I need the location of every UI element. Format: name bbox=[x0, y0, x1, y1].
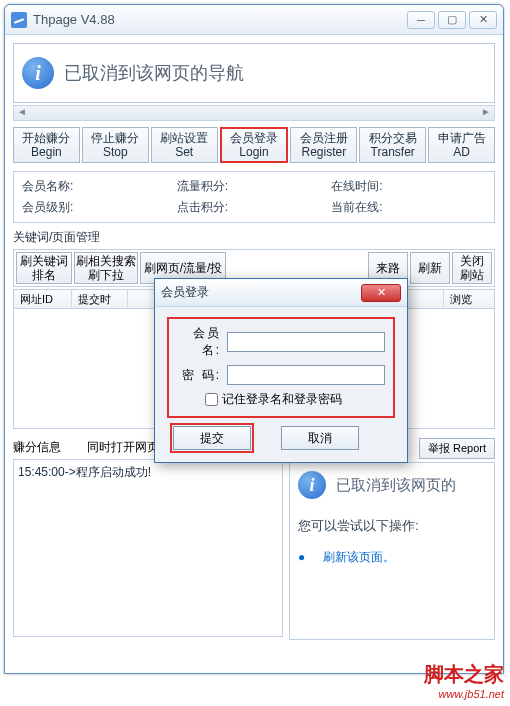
help-panel: 公告/使用帮助 举报 Report i 已取消到该网页的 您可以尝试以下操作: … bbox=[289, 435, 495, 640]
label-member-name: 会员名称: bbox=[22, 178, 177, 195]
btn-related-search[interactable]: 刷相关搜索刷下拉 bbox=[74, 252, 138, 284]
watermark-url: www.jb51.net bbox=[424, 688, 504, 700]
label-member-level: 会员级别: bbox=[22, 199, 177, 216]
toolbar-btn-begin[interactable]: 开始赚分Begin bbox=[13, 127, 80, 163]
label-click-points: 点击积分: bbox=[177, 199, 332, 216]
toolbar-btn-set[interactable]: 刷站设置Set bbox=[151, 127, 218, 163]
help-box: i 已取消到该网页的 您可以尝试以下操作: ●刷新该页面。 bbox=[289, 462, 495, 640]
earn-label: 赚分信息 bbox=[13, 439, 61, 456]
log-line: 15:45:00->程序启动成功! bbox=[18, 464, 278, 481]
username-label: 会员名: bbox=[177, 325, 221, 359]
refresh-link[interactable]: 刷新该页面。 bbox=[323, 550, 395, 564]
col-browse[interactable]: 浏览 bbox=[444, 290, 494, 308]
nav-cancelled-banner: i 已取消到该网页的导航 bbox=[13, 43, 495, 103]
username-input[interactable] bbox=[227, 332, 385, 352]
col-url-id[interactable]: 网址ID bbox=[14, 290, 72, 308]
close-button[interactable]: ✕ bbox=[469, 11, 497, 29]
login-dialog: 会员登录 ✕ 会员名: 密 码: 记住登录名和登录密码 提交 取消 bbox=[154, 278, 408, 463]
help-banner-text: 已取消到该网页的 bbox=[336, 476, 456, 495]
login-form-highlight: 会员名: 密 码: 记住登录名和登录密码 bbox=[167, 317, 395, 418]
bullet-icon: ● bbox=[298, 550, 305, 564]
label-online-time: 在线时间: bbox=[331, 178, 486, 195]
label-current-online: 当前在线: bbox=[331, 199, 486, 216]
label-flow-points: 流量积分: bbox=[177, 178, 332, 195]
dialog-body: 会员名: 密 码: 记住登录名和登录密码 提交 取消 bbox=[155, 307, 407, 462]
report-button[interactable]: 举报 Report bbox=[419, 438, 495, 459]
bottom-panels: 赚分信息 同时打开网页数: 6 15:45:00->程序启动成功! 公告/使用帮… bbox=[13, 435, 495, 640]
remember-checkbox[interactable] bbox=[205, 393, 218, 406]
cancel-button[interactable]: 取消 bbox=[281, 426, 359, 450]
col-submit-time[interactable]: 提交时 bbox=[72, 290, 128, 308]
toolbar-btn-transfer[interactable]: 积分交易Transfer bbox=[359, 127, 426, 163]
titlebar[interactable]: Thpage V4.88 ─ ▢ ✕ bbox=[5, 5, 503, 35]
window-title: Thpage V4.88 bbox=[33, 12, 404, 27]
earn-panel: 赚分信息 同时打开网页数: 6 15:45:00->程序启动成功! bbox=[13, 435, 283, 640]
btn-refresh[interactable]: 刷新 bbox=[410, 252, 450, 284]
info-icon: i bbox=[22, 57, 54, 89]
dialog-title: 会员登录 bbox=[161, 284, 361, 301]
toolbar-btn-stop[interactable]: 停止赚分Stop bbox=[82, 127, 149, 163]
dialog-titlebar[interactable]: 会员登录 ✕ bbox=[155, 279, 407, 307]
submit-button[interactable]: 提交 bbox=[173, 426, 251, 450]
toolbar-btn-ad[interactable]: 申请广告AD bbox=[428, 127, 495, 163]
horizontal-scrollbar[interactable] bbox=[13, 105, 495, 121]
password-label: 密 码: bbox=[177, 367, 221, 384]
dialog-close-button[interactable]: ✕ bbox=[361, 284, 401, 302]
banner-text: 已取消到该网页的导航 bbox=[64, 61, 244, 85]
btn-close-brush[interactable]: 关闭刷站 bbox=[452, 252, 492, 284]
watermark: 脚本之家 www.jb51.net bbox=[424, 661, 504, 700]
maximize-button[interactable]: ▢ bbox=[438, 11, 466, 29]
main-toolbar: 开始赚分Begin停止赚分Stop刷站设置Set会员登录Login会员注册Reg… bbox=[13, 127, 495, 163]
log-box[interactable]: 15:45:00->程序启动成功! bbox=[13, 459, 283, 637]
watermark-name: 脚本之家 bbox=[424, 661, 504, 688]
member-info-panel: 会员名称: 流量积分: 在线时间: 会员级别: 点击积分: 当前在线: bbox=[13, 171, 495, 223]
minimize-button[interactable]: ─ bbox=[407, 11, 435, 29]
toolbar-btn-login[interactable]: 会员登录Login bbox=[220, 127, 289, 163]
btn-keyword-rank[interactable]: 刷关键词排名 bbox=[16, 252, 72, 284]
app-icon bbox=[11, 12, 27, 28]
keyword-section-label: 关键词/页面管理 bbox=[13, 229, 495, 246]
help-subtext: 您可以尝试以下操作: bbox=[298, 517, 486, 535]
toolbar-btn-register[interactable]: 会员注册Register bbox=[290, 127, 357, 163]
remember-label: 记住登录名和登录密码 bbox=[222, 391, 342, 408]
password-input[interactable] bbox=[227, 365, 385, 385]
info-icon: i bbox=[298, 471, 326, 499]
